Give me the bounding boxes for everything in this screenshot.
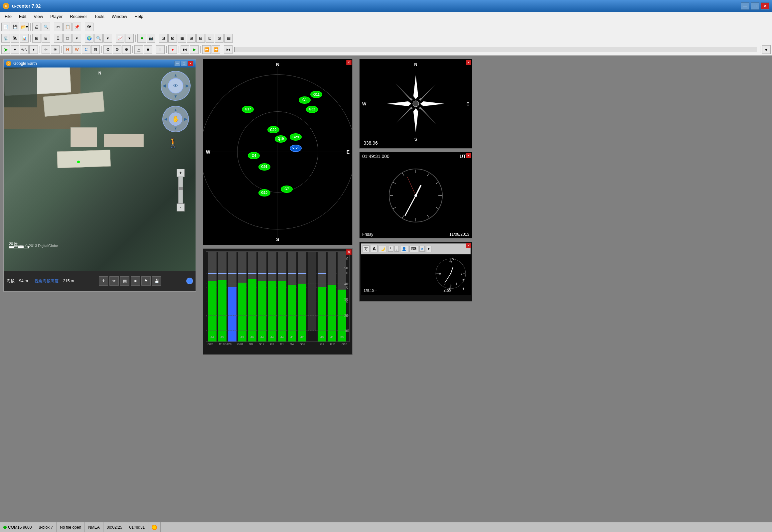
sat-G1[interactable]: G1 [299, 96, 311, 104]
ime-btn-browser[interactable]: e [420, 246, 425, 252]
tb3-triangle[interactable]: △ [134, 45, 143, 54]
ge-minimize[interactable]: — [174, 61, 180, 66]
sat-panel-close[interactable]: ✕ [346, 60, 351, 65]
nav-ring[interactable]: ▲ ▼ ▶ ◀ 👁 [161, 71, 191, 101]
special-btn[interactable]: 🗺 [85, 23, 93, 31]
tb2-2[interactable]: 🛰 [11, 34, 19, 43]
sat-Q19[interactable]: Q19 [275, 135, 287, 143]
menu-file[interactable]: File [1, 13, 15, 20]
save-btn[interactable]: 💾 [11, 23, 19, 31]
ge-layers-btn[interactable]: ▤ [120, 276, 129, 286]
nav-inner[interactable]: 👁 [168, 78, 183, 93]
sat-G11[interactable]: G11 [310, 91, 322, 98]
tb2-icon8[interactable]: ▦ [224, 34, 233, 43]
ime-btn-A[interactable]: A [371, 245, 377, 252]
ge-crosshair-btn[interactable]: ✛ [99, 276, 108, 286]
move-control[interactable]: ▲ ▼ ▶ ◀ ✋ [162, 106, 189, 132]
tb3-cursor[interactable]: ⊹ [42, 45, 50, 54]
sat-G32[interactable]: G32 [306, 106, 318, 113]
sat-G10[interactable]: G10 [258, 189, 270, 197]
tb2-green[interactable]: ■ [137, 34, 146, 43]
tb2-dropdown2[interactable]: ▾ [125, 34, 134, 43]
tb2-icon4[interactable]: ⊞ [187, 34, 195, 43]
tb2-earth[interactable]: 🌍 [85, 34, 93, 43]
ime-btn-dropdown[interactable]: ▾ [426, 246, 432, 252]
nav-n[interactable]: ▲ [174, 73, 178, 77]
sat-S129[interactable]: S129 [290, 145, 302, 152]
tb2-icon7[interactable]: ⊠ [215, 34, 223, 43]
tb3-fastfwd[interactable]: ⏩ [202, 45, 211, 54]
tb2-icon5[interactable]: ⊟ [196, 34, 205, 43]
tb3-gear3[interactable]: ⚙ [122, 45, 131, 54]
compass-panel-close[interactable]: ✕ [466, 60, 471, 65]
ge-close[interactable]: ✕ [188, 61, 193, 66]
ge-flag-btn[interactable]: ⚑ [141, 276, 151, 286]
sat-G91[interactable]: G91 [258, 163, 270, 171]
ge-save-btn[interactable]: 💾 [152, 276, 161, 286]
street-view-person[interactable]: 🚶 [167, 137, 179, 148]
nav-e[interactable]: ▶ [186, 83, 189, 88]
tb2-3[interactable]: 📊 [20, 34, 29, 43]
tb3-pause[interactable]: ⏸ [156, 45, 165, 54]
sat-G20[interactable]: G20 [267, 126, 279, 133]
tb3-record[interactable]: ● [168, 45, 177, 54]
preview-btn[interactable]: 🔍 [42, 23, 50, 31]
menu-tools[interactable]: Tools [91, 13, 107, 20]
tb2-box[interactable]: □ [63, 34, 72, 43]
tb2-4[interactable]: ⊞ [32, 34, 41, 43]
tb2-5[interactable]: ⊟ [42, 34, 50, 43]
zoom-in-btn[interactable]: + [177, 169, 185, 177]
ge-map[interactable]: Image © 2013 DigitalGlobe 20 米 N [4, 67, 195, 271]
sat-G4[interactable]: G4 [248, 152, 260, 159]
ge-road-btn[interactable]: = [131, 276, 140, 286]
tb3-C[interactable]: C [82, 45, 90, 54]
ime-btn-keyboard[interactable]: ⌨ [410, 246, 418, 252]
tb3-play[interactable]: ▶ [190, 45, 198, 54]
zoom-controls[interactable]: + - [177, 169, 185, 211]
nav-control[interactable]: ▲ ▼ ▶ ◀ 👁 [161, 71, 191, 101]
tb2-icon1[interactable]: ⊡ [159, 34, 168, 43]
progress-bar[interactable] [234, 47, 757, 52]
close-button[interactable]: ✕ [761, 2, 769, 10]
ime-btn-dot[interactable]: ° [388, 246, 393, 252]
tb3-W[interactable]: W [72, 45, 81, 54]
ge-maximize[interactable]: □ [181, 61, 187, 66]
clock-panel-close[interactable]: ✕ [466, 153, 471, 158]
zoom-out-btn[interactable]: - [177, 203, 185, 211]
tb3-fastfwd2[interactable]: ⏩ [211, 45, 220, 54]
menu-window[interactable]: Window [108, 13, 130, 20]
menu-edit[interactable]: Edit [16, 13, 30, 20]
paste-btn[interactable]: 📌 [72, 23, 81, 31]
move-w[interactable]: ◀ [164, 117, 167, 121]
tb3-green-arrow[interactable]: ➤ [1, 45, 10, 54]
tb3-dropdown2[interactable]: ▾ [29, 45, 38, 54]
tb2-zoomout[interactable]: ▾ [103, 34, 112, 43]
print-btn[interactable]: 🖨 [32, 23, 41, 31]
tb2-1[interactable]: 📡 [1, 34, 10, 43]
tb3-square[interactable]: ■ [144, 45, 152, 54]
maximize-button[interactable]: □ [751, 2, 759, 10]
tb3-star[interactable]: ✳ [51, 45, 60, 54]
move-center[interactable]: ✋ [169, 112, 182, 126]
copy-btn[interactable]: 📋 [63, 23, 72, 31]
ime-btn-wan[interactable]: 万 [362, 245, 369, 252]
zoom-slider[interactable] [178, 177, 183, 203]
ime-btn-person[interactable]: 👤 [400, 246, 408, 252]
tb2-icon2[interactable]: ⊠ [168, 34, 177, 43]
menu-player[interactable]: Player [47, 13, 66, 20]
sat-G29[interactable]: G29 [290, 133, 302, 141]
tb2-icon6[interactable]: ⊡ [205, 34, 214, 43]
menu-view[interactable]: View [30, 13, 46, 20]
move-ring[interactable]: ▲ ▼ ▶ ◀ ✋ [162, 106, 189, 132]
ime-btn-moon[interactable]: 🌙 [379, 246, 387, 252]
cut-btn[interactable]: ✂ [54, 23, 63, 31]
tb3-gear1[interactable]: ⚙ [103, 45, 112, 54]
signal-panel-close[interactable]: ✕ [346, 249, 351, 255]
tb2-dropdown[interactable]: ▾ [72, 34, 81, 43]
tb3-wavy[interactable]: ∿∿ [20, 45, 29, 54]
tb3-icon[interactable]: ⊟ [91, 45, 100, 54]
menu-help[interactable]: Help [131, 13, 147, 20]
tb2-zoomin[interactable]: 🔍 [94, 34, 103, 43]
sat-G7[interactable]: G7 [281, 186, 293, 193]
minimize-button[interactable]: — [741, 2, 749, 10]
